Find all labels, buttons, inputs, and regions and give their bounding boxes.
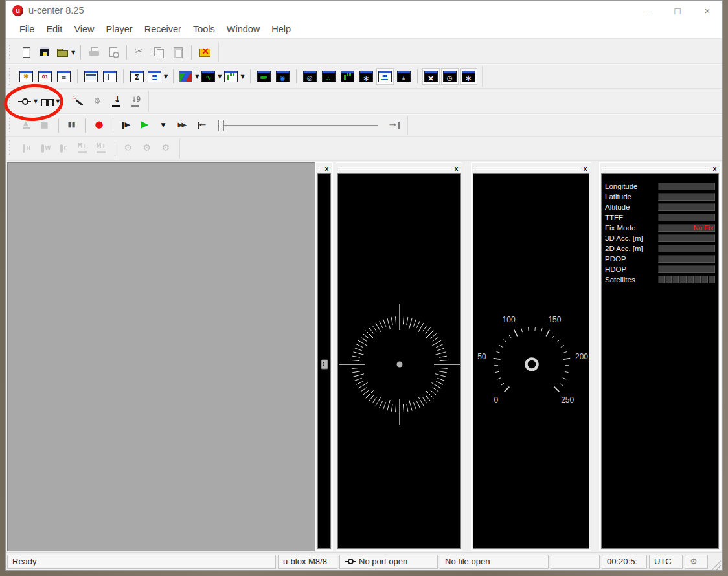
compass-view-button[interactable]: [395, 68, 413, 85]
player-position-slider[interactable]: [218, 120, 378, 131]
baudrate-button[interactable]: ▼: [40, 93, 60, 110]
chart-view-button[interactable]: ▼: [201, 68, 222, 85]
panel-drag-grip[interactable]: [338, 167, 451, 170]
stop-button: [36, 117, 54, 134]
slider-handle[interactable]: [218, 120, 224, 131]
satellite-view-button[interactable]: [358, 68, 375, 85]
panel-close-icon[interactable]: x: [323, 165, 330, 172]
resize-grip[interactable]: [711, 560, 721, 570]
dropdown-arrow-icon[interactable]: ▼: [195, 74, 199, 80]
toolbar-drag-grip[interactable]: [9, 45, 12, 60]
satellite-cell: [672, 276, 679, 283]
toolbar-separator: [65, 94, 65, 109]
histogram-view-button[interactable]: ▼: [223, 68, 245, 85]
eject-button: [17, 117, 35, 134]
clear-messages-button[interactable]: [196, 44, 214, 61]
layout-split-vertical-button[interactable]: [101, 68, 119, 85]
sky-plot-view-button[interactable]: [320, 68, 337, 85]
layout-split-horizontal-button[interactable]: [82, 68, 100, 85]
toolbar-separator: [250, 69, 251, 83]
toolbar-views: ▼▼▼▼: [7, 64, 722, 89]
paste-icon: [172, 47, 185, 58]
toolbar-drag-grip[interactable]: [9, 118, 12, 133]
spare-cell: [551, 555, 600, 569]
map-view-button[interactable]: ▼: [178, 68, 199, 85]
signal-level-view-button[interactable]: [339, 68, 356, 85]
autobaud-wand-button[interactable]: [70, 93, 87, 110]
deviation-view-button[interactable]: [422, 68, 440, 85]
new-file-button[interactable]: [17, 44, 35, 61]
play-button[interactable]: [137, 117, 154, 134]
panel-drag-grip[interactable]: [473, 167, 580, 170]
infoview-row: PDOP: [602, 254, 718, 264]
workspace-background: [7, 162, 315, 551]
save-file-button[interactable]: [36, 44, 54, 61]
debug-messages-icon: [91, 96, 104, 107]
pause-button[interactable]: [63, 117, 81, 134]
speedometer-gauge: 050100150200250: [473, 174, 589, 549]
track-map-view-button[interactable]: [255, 68, 273, 85]
messages-view-button[interactable]: [376, 68, 394, 85]
dropdown-arrow-icon[interactable]: ▼: [218, 74, 222, 80]
com-port-button[interactable]: ▼: [17, 93, 38, 110]
panel-drag-grip[interactable]: [318, 167, 321, 170]
clock-view-button[interactable]: [441, 68, 459, 85]
download-messages-button[interactable]: [108, 93, 125, 110]
dropdown-arrow-icon[interactable]: ▼: [34, 98, 38, 104]
menu-edit[interactable]: Edit: [40, 24, 68, 34]
settings-cell[interactable]: ⚙: [685, 555, 708, 569]
jump-to-start-icon: [196, 120, 209, 131]
dropdown-arrow-icon[interactable]: ▼: [240, 74, 244, 80]
close-button[interactable]: ×: [692, 1, 722, 20]
menu-receiver[interactable]: Receiver: [139, 24, 187, 34]
open-file-button[interactable]: ▼: [55, 44, 76, 61]
layout-split-vertical-icon: [103, 71, 117, 82]
toolbar-drag-grip[interactable]: [9, 140, 12, 157]
menu-player[interactable]: Player: [100, 24, 139, 34]
play-options-button[interactable]: [155, 117, 173, 134]
toolbar-receiver-actions: [7, 137, 722, 161]
record-button[interactable]: [91, 117, 108, 134]
com-port-icon: [18, 96, 31, 107]
panel-close-icon[interactable]: x: [582, 165, 589, 172]
fast-forward-button[interactable]: [174, 117, 192, 134]
table-view-icon: [148, 71, 161, 82]
new-text-view-button[interactable]: [55, 68, 73, 85]
dropdown-arrow-icon[interactable]: ▼: [56, 98, 60, 104]
new-date-view-button[interactable]: [36, 68, 54, 85]
toolbar-drag-grip[interactable]: [9, 68, 12, 84]
constellation-view-button[interactable]: [301, 68, 319, 85]
toolbar-zone: ▼ ▼▼▼▼ ▼▼: [6, 39, 722, 162]
dropdown-arrow-icon[interactable]: ▼: [164, 74, 168, 80]
sky-view-button[interactable]: [274, 68, 291, 85]
panel-close-icon[interactable]: x: [453, 165, 460, 172]
table-view-button[interactable]: ▼: [147, 68, 168, 85]
maximize-button[interactable]: □: [663, 1, 692, 20]
menu-view[interactable]: View: [68, 24, 100, 34]
minimize-button[interactable]: —: [633, 1, 663, 20]
longitude-value: [658, 183, 715, 190]
dropdown-arrow-icon[interactable]: ▼: [71, 50, 75, 56]
panel-close-icon[interactable]: x: [711, 165, 718, 172]
step-forward-button[interactable]: [118, 117, 135, 134]
statistics-view-button[interactable]: [128, 68, 146, 85]
sky-view-icon: [276, 71, 290, 82]
eject-icon: [21, 120, 32, 131]
menu-window[interactable]: Window: [221, 24, 266, 34]
menu-help[interactable]: Help: [266, 24, 297, 34]
print-button: [85, 44, 103, 61]
constellation-view-icon: [303, 71, 317, 82]
menu-file[interactable]: File: [14, 24, 40, 34]
satellite-cell: [709, 276, 715, 283]
toolbar-separator: [115, 142, 115, 156]
gauge-view-button[interactable]: [460, 68, 477, 85]
new-graph-view-button[interactable]: [17, 68, 35, 85]
new-file-icon: [20, 47, 33, 58]
jump-to-start-button[interactable]: [193, 117, 210, 134]
acc-2d-value: [658, 245, 715, 252]
toolbar-drag-grip[interactable]: [9, 93, 12, 110]
menu-tools[interactable]: Tools: [187, 24, 221, 34]
jump-to-end-button[interactable]: [385, 117, 403, 134]
file-status-cell: No file open: [440, 555, 549, 569]
panel-drag-grip[interactable]: [602, 167, 709, 170]
